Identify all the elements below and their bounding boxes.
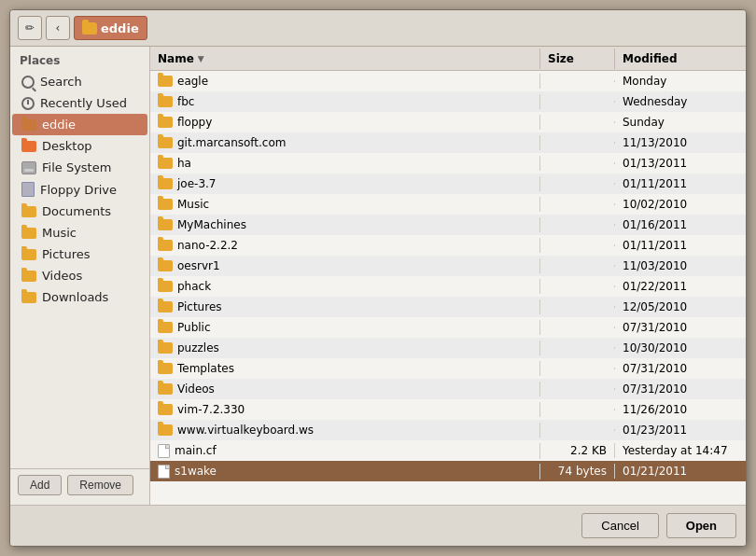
remove-button[interactable]: Remove [67,475,133,495]
location-folder-icon [82,22,97,35]
file-size-cell [540,183,615,185]
file-modified-cell: 01/13/2011 [615,156,746,171]
folder-icon [158,219,173,230]
file-name-cell: s1wake [150,464,540,480]
file-size-cell [540,162,615,164]
sidebar-item-file-system[interactable]: File System [12,157,147,178]
sidebar-buttons: Add Remove [10,468,149,501]
open-button[interactable]: Open [666,513,736,538]
edit-button[interactable]: ✏ [18,16,42,40]
file-size-cell [540,265,615,267]
folder-icon [158,404,173,415]
table-row[interactable]: phack01/22/2011 [150,276,746,297]
sidebar-item-recently-used-label: Recently Used [40,96,127,110]
table-row[interactable]: Public07/31/2010 [150,317,746,338]
file-list-header: Name ▼ Size Modified [150,47,746,71]
table-row[interactable]: fbcWednesday [150,91,746,112]
file-size-cell [540,285,615,287]
column-size-label: Size [548,52,574,65]
file-size-cell [540,306,615,308]
sidebar-item-file-system-label: File System [42,160,111,174]
file-name-text: MyMachines [177,218,246,231]
location-label: eddie [101,21,139,35]
file-name-text: www.virtualkeyboard.ws [177,424,314,437]
table-row[interactable]: vim-7.2.33011/26/2010 [150,399,746,420]
table-row[interactable]: oesrvr111/03/2010 [150,256,746,276]
column-modified[interactable]: Modified [615,49,746,69]
sidebar-item-downloads[interactable]: Downloads [12,286,147,308]
file-name-cell: MyMachines [150,217,540,232]
file-name-cell: vim-7.2.330 [150,402,540,417]
file-name-text: fbc [177,95,194,108]
file-name-text: vim-7.2.330 [177,403,245,416]
table-row[interactable]: Pictures12/05/2010 [150,297,746,317]
column-size[interactable]: Size [540,49,615,69]
file-size-cell [540,429,615,431]
file-modified-cell: 12/05/2010 [615,299,746,314]
table-row[interactable]: Music10/02/2010 [150,194,746,215]
table-row[interactable]: eagleMonday [150,71,746,91]
column-name[interactable]: Name ▼ [150,49,540,69]
folder-icon [158,342,173,354]
folder-pictures-icon [21,249,36,260]
table-row[interactable]: Templates07/31/2010 [150,358,746,379]
search-icon [21,76,35,89]
table-row[interactable]: ha01/13/2011 [150,153,746,174]
table-row[interactable]: Videos07/31/2010 [150,379,746,399]
file-name-text: phack [177,280,211,293]
folder-icon [158,137,173,148]
back-icon: ‹ [56,21,61,35]
sidebar-item-search[interactable]: Search [12,71,147,92]
cancel-button[interactable]: Cancel [581,513,658,538]
table-row[interactable]: s1wake74 bytes01/21/2011 [150,461,746,481]
folder-music-icon [21,228,36,239]
sidebar-item-music[interactable]: Music [12,222,147,243]
bottom-bar: Cancel Open [10,505,746,546]
floppy-icon [21,182,35,197]
folder-icon [158,301,173,313]
file-name-cell: fbc [150,94,540,109]
table-row[interactable]: floppySunday [150,112,746,132]
add-button[interactable]: Add [18,475,62,495]
file-size-cell [540,409,615,410]
file-name-text: s1wake [175,465,217,478]
sort-arrow-icon: ▼ [198,54,204,63]
file-modified-cell: 07/31/2010 [615,320,746,335]
sidebar-item-eddie-label: eddie [42,118,76,132]
folder-icon [158,158,173,169]
folder-icon [158,76,173,87]
file-modified-cell: 01/11/2011 [615,176,746,191]
sidebar-item-videos[interactable]: Videos [12,265,147,286]
table-row[interactable]: main.cf2.2 KBYesterday at 14:47 [150,440,746,461]
file-modified-cell: 10/30/2010 [615,341,746,355]
sidebar-item-documents[interactable]: Documents [12,201,147,222]
file-list[interactable]: eagleMondayfbcWednesdayfloppySundaygit.m… [150,71,746,505]
sidebar-item-pictures[interactable]: Pictures [12,243,147,265]
back-button[interactable]: ‹ [46,16,70,40]
sidebar-item-eddie[interactable]: eddie [12,114,147,135]
sidebar-item-floppy-drive[interactable]: Floppy Drive [12,178,147,201]
file-modified-cell: Sunday [615,115,746,130]
folder-red-icon [21,119,36,131]
file-name-cell: ha [150,156,540,171]
table-row[interactable]: MyMachines01/16/2011 [150,215,746,235]
file-modified-cell: 01/23/2011 [615,423,746,438]
file-name-cell: phack [150,279,540,294]
sidebar-item-recently-used[interactable]: Recently Used [12,92,147,114]
sidebar-item-videos-label: Videos [42,269,82,283]
file-name-text: puzzles [177,341,219,354]
file-name-text: Videos [177,382,215,396]
sidebar-item-desktop[interactable]: Desktop [12,135,147,157]
file-modified-cell: 07/31/2010 [615,361,746,376]
sidebar-item-pictures-label: Pictures [42,247,90,261]
table-row[interactable]: joe-3.701/11/2011 [150,174,746,194]
location-button[interactable]: eddie [74,16,147,40]
main-area: Places Search Recently Used eddie Deskto… [10,47,746,505]
table-row[interactable]: nano-2.2.201/11/2011 [150,235,746,256]
table-row[interactable]: www.virtualkeyboard.ws01/23/2011 [150,420,746,440]
table-row[interactable]: git.marcansoft.com11/13/2010 [150,132,746,153]
file-modified-cell: 10/02/2010 [615,197,746,212]
table-row[interactable]: puzzles10/30/2010 [150,338,746,358]
folder-icon [158,383,173,395]
file-name-text: eagle [177,75,208,88]
